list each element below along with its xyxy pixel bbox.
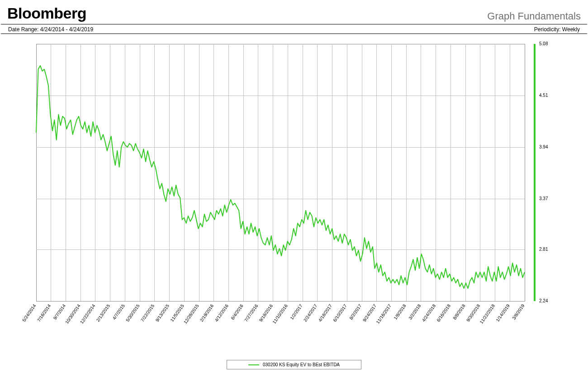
svg-text:9/13/2015: 9/13/2015 [155, 303, 171, 322]
chart-legend: 030200 KS Equity EV to BEst EBITDA [227, 360, 361, 369]
svg-rect-0 [36, 44, 525, 301]
svg-text:4/12/2016: 4/12/2016 [214, 303, 230, 322]
legend-series-label: 030200 KS Equity EV to BEst EBITDA [263, 362, 340, 367]
svg-text:2.81: 2.81 [539, 247, 548, 252]
meta-row: Date Range: 4/24/2014 - 4/24/2019 Period… [1, 24, 587, 34]
svg-text:2.24: 2.24 [539, 298, 548, 303]
svg-text:1/8/2018: 1/8/2018 [393, 303, 407, 321]
svg-text:9/30/2018: 9/30/2018 [465, 303, 481, 322]
svg-text:2/13/2015: 2/13/2015 [95, 303, 111, 322]
svg-text:8/2/2017: 8/2/2017 [348, 303, 363, 321]
svg-text:3/8/2019: 3/8/2019 [511, 303, 526, 321]
svg-text:7/22/2015: 7/22/2015 [140, 303, 156, 322]
svg-text:3.94: 3.94 [539, 144, 548, 149]
chart-container: 2.242.813.373.944.515.085/24/20147/16/20… [5, 38, 583, 346]
svg-text:4/7/2015: 4/7/2015 [112, 303, 126, 321]
page-subtitle: Graph Fundamentals [487, 10, 581, 22]
svg-text:4.51: 4.51 [539, 93, 548, 98]
svg-text:3.37: 3.37 [539, 196, 548, 201]
svg-text:1/14/2019: 1/14/2019 [495, 303, 511, 322]
svg-text:11/10/2016: 11/10/2016 [271, 303, 289, 325]
logo: Bloomberg [7, 5, 86, 22]
svg-text:9/7/2014: 9/7/2014 [52, 303, 67, 321]
svg-text:9/24/2017: 9/24/2017 [362, 303, 378, 322]
svg-text:9/18/2016: 9/18/2016 [258, 303, 274, 322]
svg-text:1/2/2017: 1/2/2017 [289, 303, 303, 321]
svg-text:2/19/2016: 2/19/2016 [199, 303, 215, 322]
svg-text:6/16/2018: 6/16/2018 [436, 303, 451, 322]
svg-text:3/2/2018: 3/2/2018 [408, 303, 422, 321]
svg-text:8/8/2018: 8/8/2018 [452, 303, 466, 321]
svg-text:5/24/2014: 5/24/2014 [21, 303, 37, 322]
date-range-label: Date Range: 4/24/2014 - 4/24/2019 [8, 26, 93, 33]
chart-svg: 2.242.813.373.944.515.085/24/20147/16/20… [5, 38, 583, 346]
svg-text:11/5/2015: 11/5/2015 [169, 303, 185, 322]
svg-text:7/16/2014: 7/16/2014 [36, 303, 52, 322]
svg-text:12/22/2014: 12/22/2014 [79, 303, 96, 325]
svg-text:5/30/2015: 5/30/2015 [125, 303, 141, 322]
periodicity-label: Periodicity: Weekly [534, 26, 580, 33]
svg-text:5.08: 5.08 [539, 41, 548, 46]
svg-text:6/10/2017: 6/10/2017 [332, 303, 348, 322]
svg-text:4/24/2018: 4/24/2018 [421, 303, 437, 322]
svg-text:11/22/2018: 11/22/2018 [479, 303, 496, 325]
svg-text:4/18/2017: 4/18/2017 [318, 303, 333, 322]
svg-text:2/24/2017: 2/24/2017 [303, 303, 318, 322]
svg-text:7/27/2016: 7/27/2016 [243, 303, 259, 322]
svg-text:6/4/2016: 6/4/2016 [230, 303, 244, 321]
legend-swatch [248, 364, 259, 365]
svg-text:12/28/2015: 12/28/2015 [183, 303, 200, 325]
svg-text:11/16/2017: 11/16/2017 [375, 303, 392, 325]
